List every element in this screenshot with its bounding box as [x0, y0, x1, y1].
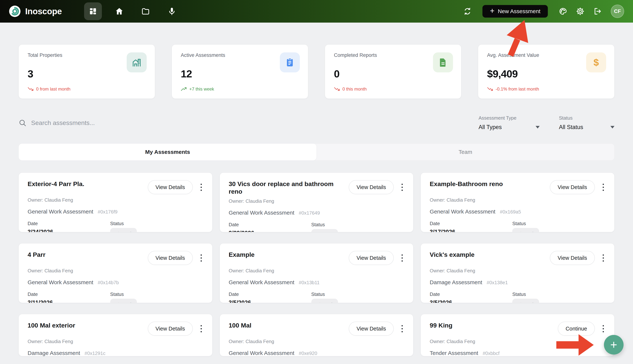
view-details-button[interactable]: View Details [349, 251, 394, 265]
view-details-button[interactable]: View Details [550, 251, 595, 265]
more-menu-button[interactable] [199, 324, 203, 334]
assessment-card: 99 King Continue Owner: Claudia Feng Ten… [420, 314, 614, 356]
assessment-owner: Owner: Claudia Feng [430, 197, 606, 203]
assessment-date: 3/5/2026 [430, 300, 512, 303]
trend-down-icon [487, 86, 493, 92]
more-menu-button[interactable] [601, 324, 606, 334]
assessment-owner: Owner: Claudia Feng [28, 197, 203, 203]
assessment-type-filter[interactable]: Assessment Type All Types [478, 115, 540, 130]
toolbar: Assessment Type All Types Status All Sta… [18, 112, 614, 134]
view-details-button[interactable]: View Details [349, 180, 394, 194]
status-filter[interactable]: Status All Status [559, 115, 614, 130]
nav-home-button[interactable] [110, 2, 128, 20]
assessment-title: 4 Parr [28, 251, 49, 258]
theme-palette-button[interactable] [558, 7, 567, 16]
more-menu-button[interactable] [199, 182, 203, 192]
logout-button[interactable] [593, 7, 602, 16]
trend-down-icon [334, 86, 340, 92]
edit-icon [517, 302, 522, 303]
assessment-type: General Work Assessment [229, 210, 294, 216]
status-badge: Draft [311, 299, 338, 303]
avatar[interactable]: CF [611, 5, 624, 18]
stat-trend: +7 this week [181, 86, 299, 92]
assessment-owner: Owner: Claudia Feng [430, 268, 606, 274]
more-menu-button[interactable] [400, 324, 404, 334]
search-input[interactable] [31, 119, 478, 126]
view-details-button[interactable]: View Details [148, 322, 193, 336]
edit-icon [517, 231, 522, 232]
assessment-card: Vick's example View Details Owner: Claud… [420, 243, 614, 303]
more-menu-button[interactable] [601, 253, 606, 263]
assessment-id: #0xe920 [299, 350, 317, 356]
header-actions: + New Assessment [463, 5, 624, 18]
assessment-type: Damage Assessment [430, 279, 482, 286]
stat-trend-text: -0.1% from last month [496, 86, 539, 92]
view-details-button[interactable]: View Details [148, 251, 193, 265]
assessment-card: Example-Bathroom reno View Details Owner… [420, 172, 614, 232]
status-text: Draft [524, 231, 534, 232]
status-text: Draft [122, 231, 132, 232]
view-details-button[interactable]: View Details [148, 180, 193, 194]
brand: Inoscope [9, 5, 62, 17]
assessment-type: Tender Assessment [430, 350, 478, 356]
home-icon [115, 7, 124, 16]
assessment-id: #0x13b11 [299, 280, 320, 286]
stat-card-active-assessments: Active Assessments 12 +7 this week [172, 44, 308, 99]
tab-team[interactable]: Team [316, 144, 614, 160]
status-label: Status [110, 221, 203, 226]
assessment-card: 4 Parr View Details Owner: Claudia Feng … [18, 243, 212, 303]
status-label: Status [311, 222, 404, 228]
stat-trend-text: 0 from last month [36, 86, 70, 92]
brand-name: Inoscope [25, 6, 62, 16]
date-label: Date [28, 221, 110, 226]
status-text: Draft [323, 302, 334, 303]
date-label: Date [430, 292, 512, 297]
more-menu-button[interactable] [199, 253, 203, 263]
more-menu-button[interactable] [400, 253, 404, 263]
gear-icon [576, 7, 584, 16]
assessment-type: General Work Assessment [229, 279, 294, 286]
search [18, 119, 478, 127]
view-details-button[interactable]: View Details [349, 322, 394, 336]
assessment-date: 3/11/2026 [28, 300, 110, 303]
assessment-title: Example [229, 251, 258, 258]
view-details-button[interactable]: View Details [550, 180, 595, 194]
status-badge: Draft [311, 229, 338, 232]
trend-up-icon [181, 86, 187, 92]
main-nav [84, 2, 181, 20]
tab-my-assessments[interactable]: My Assessments [19, 144, 316, 160]
assessment-title: Vick's example [430, 251, 478, 258]
status-badge: Draft [110, 228, 137, 232]
trend-down-icon [28, 86, 34, 92]
assessment-owner: Owner: Claudia Feng [229, 339, 404, 344]
assessment-id: #0x138e1 [487, 280, 508, 286]
chevron-down-icon [536, 126, 540, 128]
new-assessment-button[interactable]: + New Assessment [482, 5, 548, 18]
more-menu-button[interactable] [400, 182, 404, 192]
nav-voice-button[interactable] [163, 2, 181, 20]
assessment-title: 100 Mal [229, 322, 255, 329]
assessment-title: 30 Vics door replace and bathroom reno [229, 180, 349, 195]
sync-button[interactable] [463, 7, 472, 16]
settings-button[interactable] [576, 7, 584, 16]
nav-dashboard-button[interactable] [84, 2, 102, 20]
more-menu-button[interactable] [601, 182, 606, 192]
assessment-tabs: My Assessments Team [18, 144, 614, 160]
assessment-card: 100 Mal exterior View Details Owner: Cla… [18, 314, 212, 356]
search-icon [18, 119, 26, 127]
assessment-date: 3/23/2026 [229, 230, 311, 232]
assessment-type: Damage Assessment [28, 350, 80, 356]
assessment-title: Exterior-4 Parr Pla. [28, 180, 88, 188]
file-icon [433, 52, 453, 72]
nav-projects-button[interactable] [137, 2, 154, 20]
edit-icon [316, 302, 321, 303]
status-text: Draft [122, 302, 132, 303]
status-filter-value: All Status [559, 124, 583, 130]
continue-button[interactable]: Continue [558, 322, 595, 336]
assessment-owner: Owner: Claudia Feng [229, 268, 404, 274]
assessment-owner: Owner: Claudia Feng [28, 268, 203, 274]
add-assessment-fab[interactable]: + [604, 335, 624, 354]
microphone-icon [168, 7, 176, 16]
status-text: Draft [323, 232, 334, 232]
assessment-card: 100 Mal View Details Owner: Claudia Feng… [220, 314, 414, 356]
